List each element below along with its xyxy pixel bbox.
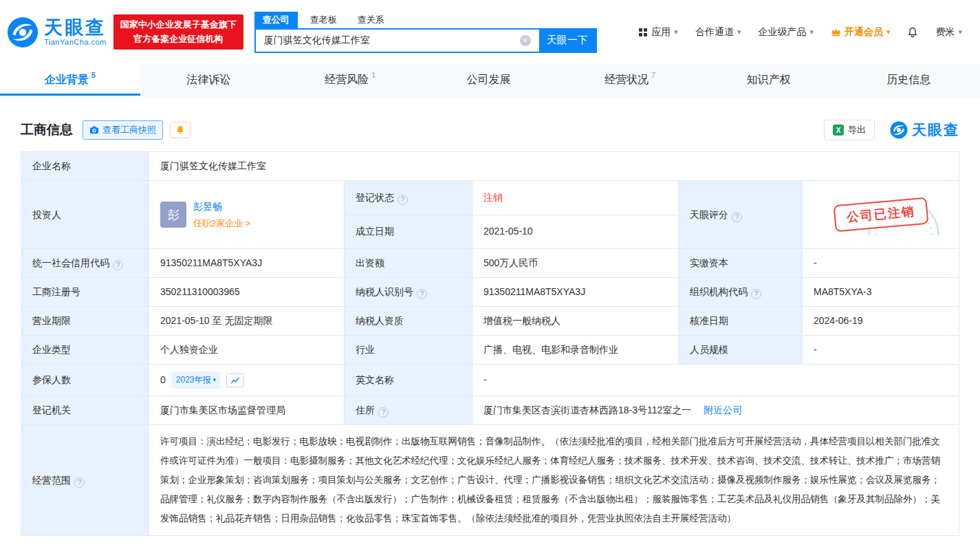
tab-search-boss[interactable]: 查老板 bbox=[302, 12, 345, 28]
field-label-investor: 投资人 bbox=[21, 181, 149, 249]
field-value-registration-status: 注销 bbox=[472, 181, 679, 215]
field-label-tianyan-score: 天眼评分? bbox=[679, 181, 803, 249]
menu-vip[interactable]: 开通会员 ▾ bbox=[831, 26, 891, 39]
tianyancha-watermark: 天眼查 bbox=[890, 120, 959, 140]
tab-count: 1 bbox=[371, 71, 375, 79]
field-label-business-scope: 经营范围? bbox=[21, 425, 149, 536]
search-button[interactable]: 天眼一下 bbox=[539, 30, 596, 52]
tab-company-background[interactable]: 企业背景5 bbox=[0, 64, 140, 96]
clear-search-icon[interactable]: ✕ bbox=[520, 35, 531, 46]
certification-badge-line2: 官方备案企业征信机构 bbox=[120, 32, 237, 47]
excel-icon: X bbox=[833, 125, 844, 136]
field-value-registration-authority: 厦门市集美区市场监督管理局 bbox=[149, 396, 345, 425]
field-label-registration-number: 工商注册号 bbox=[21, 278, 149, 307]
menu-apps[interactable]: 应用 ▾ bbox=[638, 26, 678, 39]
trend-chart-button[interactable] bbox=[226, 374, 244, 387]
table-row: 经营范围? 许可项目：演出经纪；电影发行；电影放映；电视剧制作；出版物互联网销售… bbox=[21, 425, 959, 536]
tab-operating-status[interactable]: 经营状况7 bbox=[560, 64, 700, 96]
tab-search-relation[interactable]: 查关系 bbox=[349, 12, 393, 28]
tab-label: 经营状况 bbox=[605, 73, 649, 87]
field-value-business-term: 2021-05-10 至 无固定期限 bbox=[149, 307, 345, 336]
crown-icon bbox=[831, 28, 841, 36]
tab-label: 公司发展 bbox=[467, 73, 511, 87]
tab-intellectual-property[interactable]: 知识产权 bbox=[700, 64, 840, 96]
menu-enterprise-products-label: 企业级产品 bbox=[758, 26, 806, 39]
field-label-company-name: 企业名称 bbox=[21, 152, 149, 181]
tab-history-info[interactable]: 历史信息 bbox=[840, 64, 980, 96]
help-icon[interactable]: ? bbox=[751, 289, 761, 299]
monitor-bell-button[interactable] bbox=[170, 122, 190, 138]
table-row: 投资人 彭 彭昱畅 任职2家企业 > 登记状态? 注销 天眼评分? bbox=[21, 181, 959, 215]
export-button-label: 导出 bbox=[848, 124, 866, 136]
help-icon[interactable]: ? bbox=[417, 289, 427, 299]
search-area: 查公司 查老板 查关系 ✕ 天眼一下 bbox=[254, 12, 597, 53]
annual-report-badge[interactable]: 2023年报 ▾ bbox=[171, 371, 221, 389]
address-text: 厦门市集美区杏滨街道杏林西路18-3号112室之一 bbox=[483, 404, 691, 415]
field-value-credit-code: 91350211MA8T5XYA3J bbox=[149, 249, 345, 278]
bell-icon bbox=[175, 125, 185, 135]
menu-vip-label: 开通会员 bbox=[845, 26, 883, 39]
field-label-text: 组织机构代码 bbox=[690, 286, 748, 297]
nearby-companies-link[interactable]: 附近公司 bbox=[704, 404, 742, 415]
help-icon[interactable]: ? bbox=[378, 407, 389, 418]
annual-report-badge-label: 2023年报 bbox=[176, 373, 211, 387]
menu-enterprise-products[interactable]: 企业级产品 ▾ bbox=[758, 26, 814, 39]
tab-search-company[interactable]: 查公司 bbox=[254, 12, 298, 28]
chevron-down-icon: ▾ bbox=[737, 28, 741, 36]
investor-name-link[interactable]: 彭昱畅 bbox=[193, 199, 250, 214]
field-value-capital: 500万人民币 bbox=[472, 249, 679, 278]
search-tabs: 查公司 查老板 查关系 bbox=[254, 12, 597, 28]
field-label-credit-code: 统一社会信用代码? bbox=[21, 249, 149, 278]
field-label-text: 纳税人识别号 bbox=[356, 286, 413, 297]
notification-bell[interactable] bbox=[907, 27, 918, 38]
help-icon[interactable]: ? bbox=[113, 260, 123, 270]
field-label-text: 天眼评分 bbox=[690, 209, 728, 220]
menu-cooperation[interactable]: 合作通道 ▾ bbox=[695, 26, 741, 39]
apps-grid-icon bbox=[638, 28, 648, 37]
tab-legal-proceedings[interactable]: 法律诉讼 bbox=[140, 64, 281, 96]
snapshot-button-label: 查看工商快照 bbox=[102, 124, 156, 136]
camera-icon bbox=[89, 126, 99, 134]
tab-label: 知识产权 bbox=[747, 73, 791, 87]
help-icon[interactable]: ? bbox=[74, 477, 85, 488]
field-label-text: 住所 bbox=[356, 404, 375, 415]
tab-count: 7 bbox=[651, 71, 655, 79]
search-input[interactable] bbox=[256, 30, 539, 52]
field-value-staff-size: - bbox=[803, 336, 959, 365]
field-label-text: 登记状态 bbox=[356, 192, 394, 203]
field-label-business-term: 营业期限 bbox=[21, 307, 149, 336]
tab-label: 企业背景 bbox=[45, 73, 89, 87]
tab-operating-risk[interactable]: 经营风险1 bbox=[280, 64, 420, 96]
menu-user[interactable]: 费米 ▾ bbox=[935, 26, 962, 39]
field-value-investor: 彭 彭昱畅 任职2家企业 > bbox=[149, 181, 345, 249]
field-value-approval-date: 2024-06-19 bbox=[803, 307, 959, 336]
investor-avatar[interactable]: 彭 bbox=[160, 202, 186, 228]
business-snapshot-button[interactable]: 查看工商快照 bbox=[83, 120, 163, 140]
export-button[interactable]: X 导出 bbox=[824, 120, 875, 140]
tianyancha-logo[interactable]: 天眼查 TianYanCha.com bbox=[7, 17, 107, 48]
chevron-down-icon: ▾ bbox=[958, 28, 962, 36]
table-row: 营业期限 2021-05-10 至 无固定期限 纳税人资质 增值税一般纳税人 核… bbox=[21, 307, 959, 336]
help-icon[interactable]: ? bbox=[732, 212, 742, 222]
table-row: 企业类型 个人独资企业 行业 广播、电视、电影和录音制作业 人员规模 - bbox=[21, 336, 959, 365]
tab-company-development[interactable]: 公司发展 bbox=[420, 64, 560, 96]
certification-badge-line1: 国家中小企业发展子基金旗下 bbox=[120, 18, 237, 32]
field-label-establish-date: 成立日期 bbox=[345, 215, 472, 249]
field-value-insured-count: 0 2023年报 ▾ bbox=[149, 365, 345, 396]
field-label-english-name: 英文名称 bbox=[345, 365, 472, 396]
field-label-registration-authority: 登记机关 bbox=[21, 396, 149, 425]
tab-label: 历史信息 bbox=[886, 73, 930, 87]
field-label-approval-date: 核准日期 bbox=[679, 307, 803, 336]
menu-apps-label: 应用 bbox=[651, 26, 671, 39]
field-label-taxpayer-id: 纳税人识别号? bbox=[345, 278, 472, 307]
top-header: 天眼查 TianYanCha.com 国家中小企业发展子基金旗下 官方备案企业征… bbox=[0, 0, 980, 64]
section-title: 工商信息 bbox=[21, 121, 73, 139]
brand-name: 天眼查 bbox=[44, 18, 107, 37]
investor-positions-link[interactable]: 任职2家企业 > bbox=[193, 216, 250, 230]
company-nav-tabs: 企业背景5 法律诉讼 经营风险1 公司发展 经营状况7 知识产权 历史信息 bbox=[0, 64, 980, 96]
chevron-down-icon: ▾ bbox=[674, 28, 678, 36]
line-chart-icon bbox=[230, 376, 240, 385]
field-value-company-name: 厦门骐笠文化传媒工作室 bbox=[149, 152, 959, 181]
help-icon[interactable]: ? bbox=[398, 195, 408, 205]
table-row: 参保人数 0 2023年报 ▾ bbox=[21, 365, 959, 396]
